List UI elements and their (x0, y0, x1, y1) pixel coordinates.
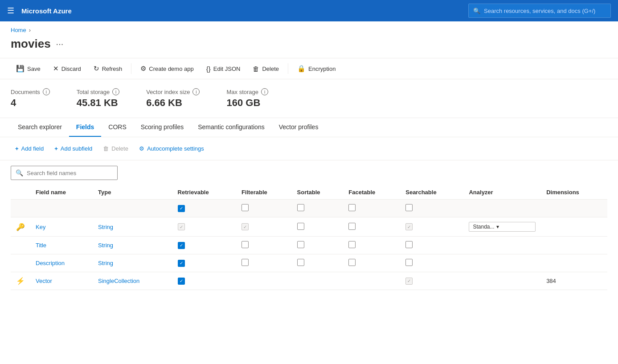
add-field-button[interactable]: + Add field (11, 143, 48, 155)
autocomplete-settings-button[interactable]: ⚙ Autocomplete settings (135, 143, 209, 155)
select-all-searchable-checkbox[interactable] (405, 204, 413, 211)
tab-fields[interactable]: Fields (69, 118, 101, 137)
tab-search-explorer[interactable]: Search explorer (11, 118, 69, 137)
add-subfield-button[interactable]: + Add subfield (50, 143, 97, 155)
search-field-icon: 🔍 (16, 169, 23, 176)
search-field-input-container[interactable]: 🔍 (11, 166, 118, 180)
title-filterable-checkbox[interactable] (241, 241, 249, 248)
total-storage-info-icon[interactable]: i (112, 88, 119, 95)
max-storage-info-icon[interactable]: i (261, 88, 268, 95)
description-facetable-checkbox[interactable] (348, 259, 356, 266)
description-facetable[interactable] (343, 254, 400, 272)
max-storage-label: Max storage (226, 89, 258, 95)
add-subfield-icon: + (54, 145, 58, 152)
save-button[interactable]: 💾 Save (11, 62, 46, 75)
select-all-filterable[interactable] (236, 200, 292, 217)
stat-max-storage: Max storage i 160 GB (226, 88, 268, 109)
col-searchable: Searchable (400, 185, 463, 200)
tabs-bar: Search explorer Fields CORS Scoring prof… (0, 118, 618, 137)
key-field-name[interactable]: Key (30, 217, 93, 237)
description-sortable-checkbox[interactable] (297, 259, 304, 266)
breadcrumb-home[interactable]: Home (11, 27, 26, 33)
description-field-name[interactable]: Description (30, 254, 93, 272)
select-all-sortable-checkbox[interactable] (297, 204, 304, 211)
fields-table-wrap: Field name Type Retrievable Filterable S… (0, 185, 618, 290)
key-sortable[interactable] (292, 217, 344, 237)
key-facetable-checkbox[interactable] (348, 223, 356, 230)
discard-icon: ✕ (53, 65, 59, 73)
create-demo-app-label: Create demo app (149, 65, 193, 72)
stats-row: Documents i 4 Total storage i 45.81 KB V… (0, 79, 618, 118)
key-retrievable[interactable]: ✓ (172, 217, 236, 237)
select-all-facetable-checkbox[interactable] (348, 204, 356, 211)
global-search-icon: 🔍 (473, 8, 480, 14)
tab-cors[interactable]: CORS (101, 118, 133, 137)
col-type: Type (93, 185, 172, 200)
hamburger-icon[interactable]: ☰ (7, 6, 14, 16)
delete-icon: 🗑 (253, 65, 259, 73)
edit-json-label: Edit JSON (213, 65, 241, 72)
key-sortable-checkbox[interactable] (297, 223, 304, 230)
title-facetable[interactable] (343, 237, 400, 254)
title-sortable-checkbox[interactable] (297, 241, 304, 248)
discard-button[interactable]: ✕ Discard (48, 62, 86, 75)
description-retrievable-checkbox[interactable]: ✓ (178, 260, 185, 267)
documents-info-icon[interactable]: i (43, 88, 50, 95)
title-field-name[interactable]: Title (30, 237, 93, 254)
select-all-searchable[interactable] (400, 200, 463, 217)
title-analyzer (463, 237, 541, 254)
toolbar-separator-2 (288, 63, 288, 74)
create-demo-app-button[interactable]: ⚙ Create demo app (135, 62, 199, 75)
key-filterable[interactable]: ✓ (236, 217, 292, 237)
select-all-retrievable-checkbox[interactable]: ✓ (178, 205, 185, 212)
title-filterable[interactable] (236, 237, 292, 254)
title-sortable[interactable] (292, 237, 344, 254)
vector-sortable (292, 272, 344, 290)
key-analyzer[interactable]: Standa... ▾ (463, 217, 541, 237)
refresh-button[interactable]: ↻ Refresh (88, 62, 128, 75)
select-all-row: ✓ (11, 200, 607, 217)
description-filterable[interactable] (236, 254, 292, 272)
table-row: ⚡ Vector SingleCollection ✓ ✓ 384 (11, 272, 607, 290)
encryption-button[interactable]: 🔒 Encryption (292, 62, 341, 75)
select-all-sortable[interactable] (292, 200, 344, 217)
select-all-icon-cell (11, 200, 30, 217)
edit-json-button[interactable]: {} Edit JSON (201, 62, 246, 75)
delete-field-button[interactable]: 🗑 Delete (98, 143, 133, 155)
title-retrievable-checkbox[interactable]: ✓ (178, 242, 185, 249)
search-field-input[interactable] (27, 170, 113, 176)
vector-retrievable[interactable]: ✓ (172, 272, 236, 290)
select-all-retrievable[interactable]: ✓ (172, 200, 236, 217)
key-searchable[interactable]: ✓ (400, 217, 463, 237)
page-title-menu[interactable]: ··· (56, 39, 64, 49)
vector-field-type: SingleCollection (93, 272, 172, 290)
tab-semantic-configurations[interactable]: Semantic configurations (191, 118, 271, 137)
title-searchable-checkbox[interactable] (405, 241, 413, 248)
key-facetable[interactable] (343, 217, 400, 237)
description-retrievable[interactable]: ✓ (172, 254, 236, 272)
vector-searchable-checkbox: ✓ (405, 278, 413, 285)
key-analyzer-chevron: ▾ (496, 224, 499, 230)
vector-field-name[interactable]: Vector (30, 272, 93, 290)
page-title-row: movies ··· (0, 35, 618, 58)
title-searchable[interactable] (400, 237, 463, 254)
key-analyzer-dropdown[interactable]: Standa... ▾ (469, 222, 536, 232)
vector-index-size-info-icon[interactable]: i (192, 88, 200, 95)
delete-button[interactable]: 🗑 Delete (247, 62, 284, 75)
tab-scoring-profiles[interactable]: Scoring profiles (134, 118, 191, 137)
breadcrumb: Home › (0, 21, 618, 35)
global-search-bar[interactable]: 🔍 Search resources, services, and docs (… (468, 4, 611, 18)
total-storage-label: Total storage (77, 89, 110, 95)
vector-searchable[interactable]: ✓ (400, 272, 463, 290)
vector-retrievable-checkbox[interactable]: ✓ (178, 278, 185, 285)
tab-vector-profiles[interactable]: Vector profiles (272, 118, 326, 137)
title-facetable-checkbox[interactable] (348, 241, 356, 248)
title-retrievable[interactable]: ✓ (172, 237, 236, 254)
description-sortable[interactable] (292, 254, 344, 272)
description-searchable[interactable] (400, 254, 463, 272)
description-searchable-checkbox[interactable] (405, 259, 413, 266)
global-search-placeholder: Search resources, services, and docs (G+… (484, 8, 595, 14)
description-filterable-checkbox[interactable] (241, 259, 249, 266)
select-all-facetable[interactable] (343, 200, 400, 217)
select-all-filterable-checkbox[interactable] (241, 204, 249, 211)
